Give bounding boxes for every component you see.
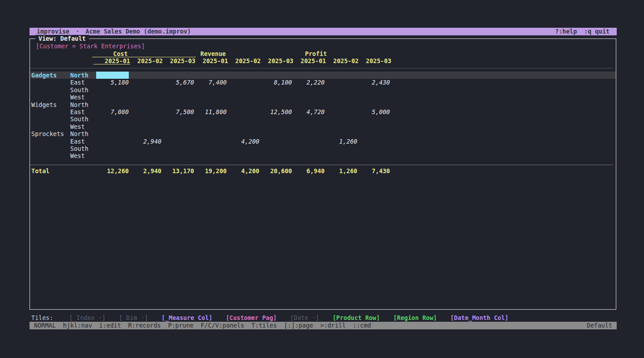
region-label[interactable]: East [70,108,96,115]
value-cell[interactable] [325,101,357,108]
value-cell[interactable] [227,79,259,86]
tile-item[interactable]: [Product Row] [333,314,380,321]
value-cell[interactable] [227,130,259,137]
value-cell[interactable] [259,152,292,159]
tile-item[interactable]: [_Measure Col] [161,314,212,321]
column-group-revenue[interactable]: Revenue [200,50,226,57]
value-cell[interactable]: 11,800 [194,108,227,115]
region-label[interactable]: East [70,79,96,86]
value-cell[interactable]: 1,260 [325,138,357,145]
product-label[interactable]: Gadgets [30,72,70,79]
value-cell[interactable] [161,94,194,101]
value-cell[interactable] [161,145,194,152]
product-label[interactable] [30,152,70,159]
table-row[interactable]: GadgetsNorth [30,72,616,79]
value-cell[interactable] [227,101,259,108]
value-cell[interactable] [227,94,259,101]
table-row[interactable]: West [30,123,616,130]
product-label[interactable]: Widgets [30,101,70,108]
value-cell[interactable] [161,115,194,123]
tile-item[interactable]: [Date ·] [290,314,319,321]
value-cell[interactable] [194,145,227,152]
value-cell[interactable] [357,115,390,123]
month-header[interactable]: 2025-03 [163,57,195,64]
value-cell[interactable] [325,123,357,130]
product-label[interactable] [30,115,70,123]
value-cell[interactable] [96,130,129,137]
value-cell[interactable] [194,115,227,123]
value-cell[interactable]: 2,220 [292,79,325,86]
table-row[interactable]: South [30,86,616,94]
table-row[interactable]: SprocketsNorth [30,130,616,137]
value-cell[interactable] [129,101,161,108]
month-header[interactable]: 2025-02 [130,57,163,64]
value-cell[interactable] [325,145,357,152]
value-cell[interactable] [259,101,292,108]
value-cell[interactable]: 2,940 [129,138,161,145]
product-label[interactable] [30,79,70,86]
value-cell[interactable] [292,115,325,123]
value-cell[interactable] [194,86,227,94]
value-cell[interactable] [96,94,129,101]
value-cell[interactable] [129,152,161,159]
value-cell[interactable] [227,145,259,152]
tile-item[interactable]: [Date_Month Col] [450,314,508,321]
value-cell[interactable] [325,115,357,123]
value-cell[interactable] [325,72,357,79]
value-cell[interactable] [227,152,259,159]
value-cell[interactable] [325,152,357,159]
filter-badge[interactable]: [Customer = Stark Enterprises] [36,43,616,50]
value-cell[interactable] [194,138,227,145]
tile-item[interactable]: [Region Row] [393,314,437,321]
value-cell[interactable] [292,101,325,108]
value-cell[interactable] [161,138,194,145]
value-cell[interactable] [259,130,292,137]
region-label[interactable]: West [70,123,96,130]
product-label[interactable] [30,138,70,145]
value-cell[interactable] [292,130,325,137]
value-cell[interactable] [161,123,194,130]
selected-cell[interactable] [96,72,129,79]
table-row[interactable]: East2,9404,2001,260 [30,138,616,145]
value-cell[interactable] [325,108,357,115]
value-cell[interactable] [129,72,161,79]
value-cell[interactable] [325,94,357,101]
value-cell[interactable] [96,152,129,159]
value-cell[interactable] [292,138,325,145]
product-label[interactable] [30,94,70,101]
value-cell[interactable] [194,123,227,130]
value-cell[interactable] [259,72,292,79]
column-group-profit[interactable]: Profit [305,50,327,57]
value-cell[interactable] [259,115,292,123]
value-cell[interactable] [194,101,227,108]
month-header[interactable]: 2025-02 [326,57,359,64]
table-row[interactable]: South [30,145,616,152]
value-cell[interactable] [227,72,259,79]
value-cell[interactable] [357,138,390,145]
value-cell[interactable] [227,86,259,94]
region-label[interactable]: West [70,152,96,159]
product-label[interactable]: Sprockets [30,130,70,137]
value-cell[interactable]: 7,080 [96,108,129,115]
value-cell[interactable] [357,123,390,130]
tile-item[interactable]: [_Dim ·] [119,314,148,321]
month-header[interactable]: 2025-03 [261,57,293,64]
tile-item[interactable]: [_Index ·] [69,314,106,321]
value-cell[interactable] [259,94,292,101]
value-cell[interactable] [129,86,161,94]
table-row[interactable]: East7,0807,50011,80012,5004,7205,000 [30,108,616,115]
value-cell[interactable] [292,123,325,130]
value-cell[interactable]: 5,180 [96,79,129,86]
value-cell[interactable] [96,145,129,152]
region-label[interactable]: East [70,138,96,145]
value-cell[interactable] [96,138,129,145]
value-cell[interactable] [292,145,325,152]
value-cell[interactable] [292,94,325,101]
value-cell[interactable] [129,115,161,123]
table-row[interactable]: East5,1805,6707,4008,1002,2202,430 [30,79,616,86]
value-cell[interactable] [194,72,227,79]
value-cell[interactable] [129,108,161,115]
month-header[interactable]: 2025-01 [97,57,130,64]
region-label[interactable]: South [70,115,96,123]
month-header[interactable]: 2025-03 [359,57,391,64]
